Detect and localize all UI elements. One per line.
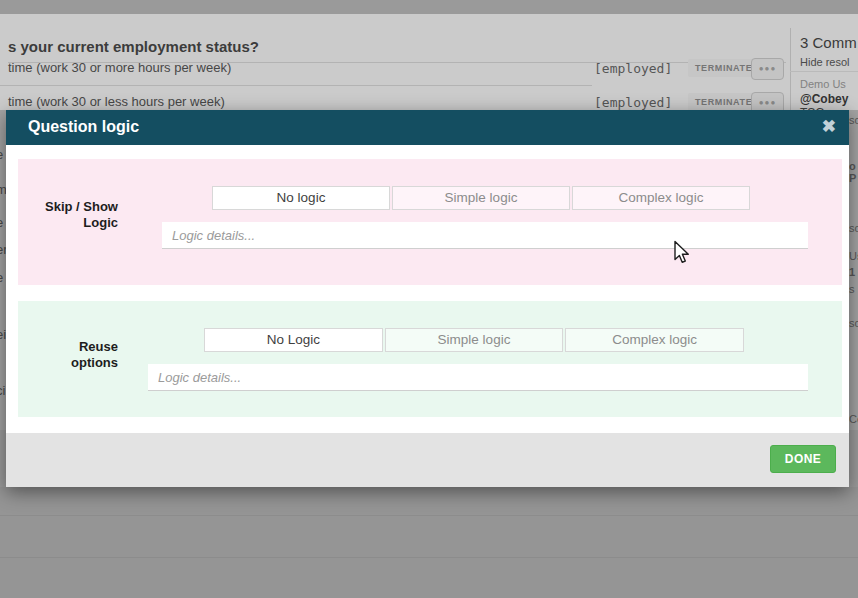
modal-header: Question logic ✖ bbox=[6, 110, 849, 145]
skip-show-logic-label: Skip / Show Logic bbox=[20, 199, 118, 231]
modal-title: Question logic bbox=[28, 118, 139, 136]
reuse-options-label: Reuse options bbox=[20, 339, 118, 371]
reuse-complex-logic-button[interactable]: Complex logic bbox=[565, 328, 744, 352]
top-bar bbox=[0, 0, 858, 14]
more-options-button[interactable]: ●●● bbox=[751, 58, 784, 80]
row-divider bbox=[0, 515, 858, 516]
sidebar-separator bbox=[790, 71, 858, 72]
edge-text-fragment: P bbox=[849, 172, 856, 184]
skip-logic-details-input[interactable] bbox=[162, 222, 808, 249]
edge-text-fragment: 1 bbox=[849, 266, 855, 278]
row-divider bbox=[0, 85, 592, 86]
close-icon[interactable]: ✖ bbox=[822, 116, 836, 137]
reuse-no-logic-button[interactable]: No Logic bbox=[204, 328, 383, 352]
comment-mention: @Cobey bbox=[800, 92, 848, 106]
answer-option-text: time (work 30 or more hours per week) bbox=[8, 60, 231, 75]
label-line: options bbox=[20, 355, 118, 371]
edge-text-fragment: e bbox=[0, 215, 3, 230]
survey-editor-background: s your current employment status? time (… bbox=[0, 14, 858, 110]
label-line: Skip / Show bbox=[20, 199, 118, 215]
reuse-simple-logic-button[interactable]: Simple logic bbox=[385, 328, 564, 352]
edge-text-fragment: Co bbox=[849, 413, 858, 425]
edge-text-fragment: so bbox=[849, 222, 858, 234]
answer-code: [employed] bbox=[594, 61, 672, 76]
label-line: Logic bbox=[20, 215, 118, 231]
edge-text-fragment: s bbox=[849, 283, 855, 295]
edge-text-fragment: so bbox=[849, 317, 858, 329]
reuse-logic-segmented-control: No Logic Simple logic Complex logic bbox=[204, 328, 744, 352]
hide-resolved-link[interactable]: Hide resol bbox=[800, 56, 850, 68]
edge-text-fragment: e bbox=[0, 270, 3, 285]
skip-complex-logic-button[interactable]: Complex logic bbox=[572, 186, 750, 210]
done-button[interactable]: DONE bbox=[770, 445, 836, 473]
answer-code: [employed] bbox=[594, 95, 672, 110]
skip-logic-segmented-control: No logic Simple logic Complex logic bbox=[212, 186, 750, 210]
skip-no-logic-button[interactable]: No logic bbox=[212, 186, 390, 210]
reuse-logic-details-input[interactable] bbox=[148, 364, 808, 391]
answer-option-text: time (work 30 or less hours per week) bbox=[8, 94, 225, 109]
edge-text-fragment: ci bbox=[0, 383, 5, 398]
edge-text-fragment: Us bbox=[849, 250, 858, 262]
terminate-button[interactable]: TERMINATE bbox=[688, 59, 759, 77]
comment-author: Demo Us bbox=[800, 78, 846, 90]
label-line: Reuse bbox=[20, 339, 118, 355]
modal-footer: DONE bbox=[6, 433, 849, 487]
edge-text-fragment: e bbox=[0, 147, 3, 162]
row-divider bbox=[0, 557, 858, 558]
question-logic-modal: Question logic ✖ Skip / Show Logic No lo… bbox=[6, 110, 849, 487]
comments-count-header: 3 Comm bbox=[800, 34, 857, 51]
edge-text-fragment: o bbox=[849, 160, 856, 172]
edge-text-fragment: so bbox=[849, 114, 858, 126]
skip-simple-logic-button[interactable]: Simple logic bbox=[392, 186, 570, 210]
terminate-button[interactable]: TERMINATE bbox=[688, 93, 759, 111]
screen: s your current employment status? time (… bbox=[0, 0, 858, 598]
page-bottom-area bbox=[0, 487, 858, 598]
reuse-options-section bbox=[18, 301, 842, 417]
